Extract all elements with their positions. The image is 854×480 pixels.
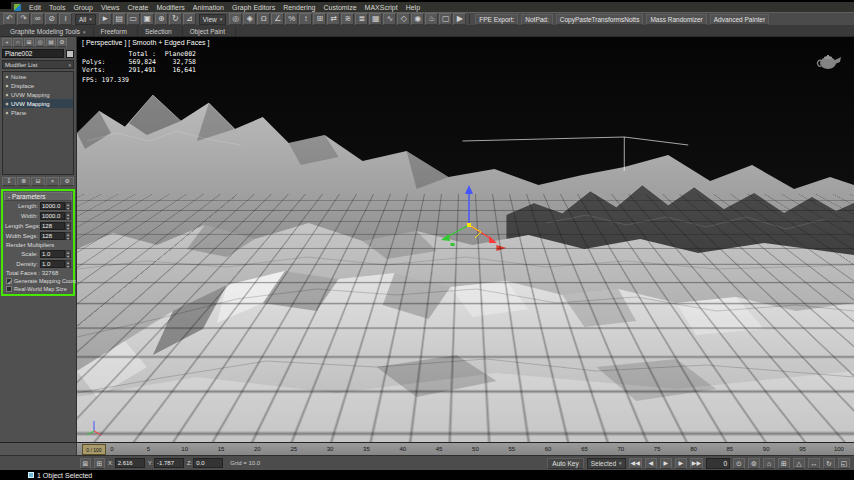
menu-item[interactable]: MAXScript xyxy=(365,4,398,11)
remove-modifier-button[interactable]: × xyxy=(46,177,60,186)
menu-item[interactable]: Customize xyxy=(323,4,356,11)
curve-editor-icon[interactable]: ∿ xyxy=(383,13,396,25)
menu-item[interactable]: Help xyxy=(406,4,420,11)
rectangular-selection-icon[interactable]: ▭ xyxy=(127,13,140,25)
render-setup-icon[interactable]: ♨ xyxy=(425,13,438,25)
spinner-control[interactable] xyxy=(65,202,71,210)
use-pivot-point-icon[interactable]: ◎ xyxy=(229,13,242,25)
select-and-rotate-icon[interactable]: ↻ xyxy=(169,13,182,25)
go-to-end-button[interactable]: ▶▶ xyxy=(690,458,703,469)
next-frame-button[interactable]: ▶ xyxy=(675,458,687,469)
material-editor-icon[interactable]: ◉ xyxy=(411,13,424,25)
parameter-value-field[interactable]: 1000.0 xyxy=(40,212,65,220)
render-production-icon[interactable]: ▶ xyxy=(453,13,466,25)
select-object-icon[interactable]: ► xyxy=(99,13,112,25)
menu-item[interactable]: Create xyxy=(127,4,148,11)
absolute-mode-icon[interactable]: ⊞ xyxy=(94,458,105,469)
time-ruler[interactable]: 0510152025303540455055606570758085909510… xyxy=(77,443,854,455)
parameter-value-field[interactable]: 1.0 xyxy=(40,250,65,258)
spinner-control[interactable] xyxy=(65,222,71,230)
modifier-stack-item[interactable]: UVW Mapping xyxy=(3,90,73,99)
snaps-toggle-icon[interactable]: Ω xyxy=(257,13,270,25)
select-and-link-icon[interactable]: ∞ xyxy=(31,13,44,25)
app-logo-icon[interactable] xyxy=(14,4,21,11)
modifier-stack-item[interactable]: Noise xyxy=(3,72,73,81)
go-to-start-button[interactable]: ◀◀ xyxy=(629,458,642,469)
pin-stack-button[interactable]: ↧ xyxy=(2,177,16,186)
hierarchy-panel-tab[interactable]: ⊞ xyxy=(24,38,34,47)
parameter-value-field[interactable]: 128 xyxy=(40,222,65,230)
utilities-panel-tab[interactable]: ⚙ xyxy=(57,38,67,47)
checkbox[interactable] xyxy=(6,278,12,284)
rendered-frame-icon[interactable]: ▢ xyxy=(439,13,452,25)
modifier-stack-item[interactable]: Displace xyxy=(3,81,73,90)
pan-icon[interactable]: ↔ xyxy=(808,458,820,469)
viewport-label[interactable]: [ Perspective ] [ Smooth + Edged Faces ] xyxy=(82,39,209,46)
unlink-selection-icon[interactable]: ⊘ xyxy=(45,13,58,25)
custom-script-button[interactable]: Mass Randomizer xyxy=(646,14,706,25)
checkbox-row[interactable]: Generate Mapping Coords. xyxy=(4,277,72,285)
maximize-viewport-icon[interactable]: ◱ xyxy=(838,458,850,469)
spinner-snap-icon[interactable]: ↕ xyxy=(299,13,312,25)
select-by-name-icon[interactable]: ▤ xyxy=(113,13,126,25)
zoom-all-icon[interactable]: ⊚ xyxy=(748,458,760,469)
checkbox-row[interactable]: Real-World Map Size xyxy=(4,285,72,293)
checkbox[interactable] xyxy=(6,286,12,292)
percent-snap-icon[interactable]: % xyxy=(285,13,298,25)
parameter-value-field[interactable]: 128 xyxy=(40,232,65,240)
parameter-value-field[interactable]: 1000.0 xyxy=(40,202,65,210)
teapot-icon[interactable] xyxy=(814,51,844,71)
object-name-field[interactable]: Plane002 xyxy=(2,49,64,58)
window-crossing-icon[interactable]: ▣ xyxy=(141,13,154,25)
modifier-stack[interactable]: NoiseDisplaceUVW MappingUVW MappingPlane xyxy=(2,71,74,175)
graphite-ribbon-icon[interactable]: ▦ xyxy=(369,13,382,25)
schematic-view-icon[interactable]: ◇ xyxy=(397,13,410,25)
mirror-icon[interactable]: ⇄ xyxy=(327,13,340,25)
auto-key-button[interactable]: Auto Key xyxy=(547,458,583,469)
select-and-move-icon[interactable]: ⊕ xyxy=(155,13,168,25)
coordinate-field[interactable]: 0.0 xyxy=(193,458,223,468)
bind-to-space-warp-icon[interactable]: ≀ xyxy=(59,13,72,25)
ribbon-tab[interactable]: Graphite Modeling Tools▾ xyxy=(3,27,94,36)
custom-script-button[interactable]: FPE Export: xyxy=(475,14,518,25)
modifier-enabled-icon[interactable] xyxy=(5,84,9,88)
menu-item[interactable]: Modifiers xyxy=(156,4,184,11)
spinner-control[interactable] xyxy=(65,250,71,258)
menu-item[interactable]: Views xyxy=(101,4,120,11)
coordinate-field[interactable]: -1.787 xyxy=(154,458,184,468)
select-and-scale-icon[interactable]: ⊿ xyxy=(183,13,196,25)
display-panel-tab[interactable]: ▤ xyxy=(46,38,56,47)
menu-item[interactable]: Tools xyxy=(49,4,65,11)
select-and-manipulate-icon[interactable]: ◈ xyxy=(243,13,256,25)
perspective-viewport[interactable]: [ Perspective ] [ Smooth + Edged Faces ]… xyxy=(77,37,854,442)
move-gizmo[interactable] xyxy=(429,183,509,253)
parameters-rollout-header[interactable]: - Parameters xyxy=(4,192,72,201)
selection-filter-dropdown[interactable]: All xyxy=(75,14,96,25)
zoom-extents-all-icon[interactable]: ⊞ xyxy=(778,458,790,469)
redo-icon[interactable]: ↷ xyxy=(17,13,30,25)
menu-item[interactable]: Group xyxy=(73,4,92,11)
layer-manager-icon[interactable]: ≣ xyxy=(355,13,368,25)
modifier-enabled-icon[interactable] xyxy=(5,75,9,79)
make-unique-button[interactable]: ⊟ xyxy=(31,177,45,186)
ribbon-tab[interactable]: Selection xyxy=(138,27,183,36)
modifier-list-dropdown[interactable]: Modifier List xyxy=(2,60,74,69)
custom-script-button[interactable]: CopyPasteTransformsNotts xyxy=(556,14,644,25)
angle-snap-icon[interactable]: ∠ xyxy=(271,13,284,25)
menu-item[interactable]: Graph Editors xyxy=(232,4,275,11)
spinner-control[interactable] xyxy=(65,260,71,268)
current-frame-field[interactable]: 0 xyxy=(706,458,730,469)
spinner-control[interactable] xyxy=(65,232,71,240)
modifier-enabled-icon[interactable] xyxy=(5,111,9,115)
modify-panel-tab[interactable]: ∩ xyxy=(13,38,23,47)
custom-script-button[interactable]: Advanced Painter xyxy=(710,14,769,25)
zoom-extents-icon[interactable]: ⌂ xyxy=(763,458,775,469)
undo-icon[interactable]: ↶ xyxy=(3,13,16,25)
menu-item[interactable]: Edit xyxy=(29,4,41,11)
ribbon-tab[interactable]: Freeform xyxy=(94,27,138,36)
modifier-enabled-icon[interactable] xyxy=(5,93,9,97)
zoom-icon[interactable]: ⊙ xyxy=(733,458,745,469)
coordinate-field[interactable]: 2.616 xyxy=(115,458,145,468)
menu-item[interactable]: Rendering xyxy=(283,4,315,11)
spinner-control[interactable] xyxy=(65,212,71,220)
